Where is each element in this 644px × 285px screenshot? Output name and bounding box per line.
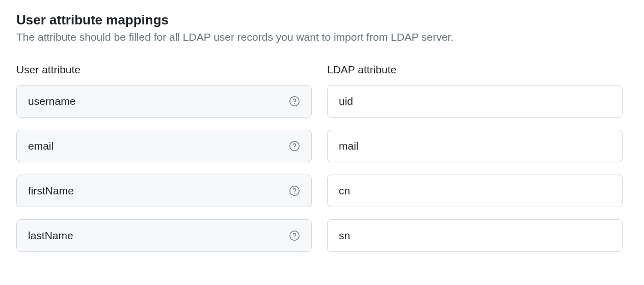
ldap-attribute-input[interactable] [339,140,611,152]
user-attribute-value: firstName [28,185,285,197]
user-attribute-header: User attribute [16,64,312,76]
user-attribute-field: lastName [16,219,312,252]
user-attribute-field: username [16,85,312,118]
user-attribute-value: lastName [28,230,285,242]
ldap-attribute-field[interactable] [327,175,623,207]
help-icon[interactable] [289,96,300,107]
ldap-attribute-input[interactable] [339,95,611,107]
help-icon[interactable] [289,230,300,241]
svg-point-0 [290,97,299,106]
ldap-attribute-header: LDAP attribute [327,64,623,76]
user-attribute-value: username [28,95,285,107]
ldap-attribute-field[interactable] [327,219,623,252]
help-icon[interactable] [289,140,300,152]
help-icon[interactable] [289,185,300,196]
section-description: The attribute should be filled for all L… [16,31,628,43]
ldap-attribute-field[interactable] [327,85,623,118]
svg-point-6 [290,231,299,240]
mapping-grid: User attribute LDAP attribute username e… [16,64,628,252]
section-title: User attribute mappings [16,12,628,28]
user-attribute-value: email [28,140,285,152]
user-attribute-field: firstName [16,175,312,207]
user-attribute-field: email [16,130,312,162]
ldap-attribute-input[interactable] [339,230,611,242]
ldap-attribute-input[interactable] [339,185,611,197]
svg-point-4 [290,186,299,195]
ldap-attribute-field[interactable] [327,130,623,162]
svg-point-2 [290,141,299,151]
